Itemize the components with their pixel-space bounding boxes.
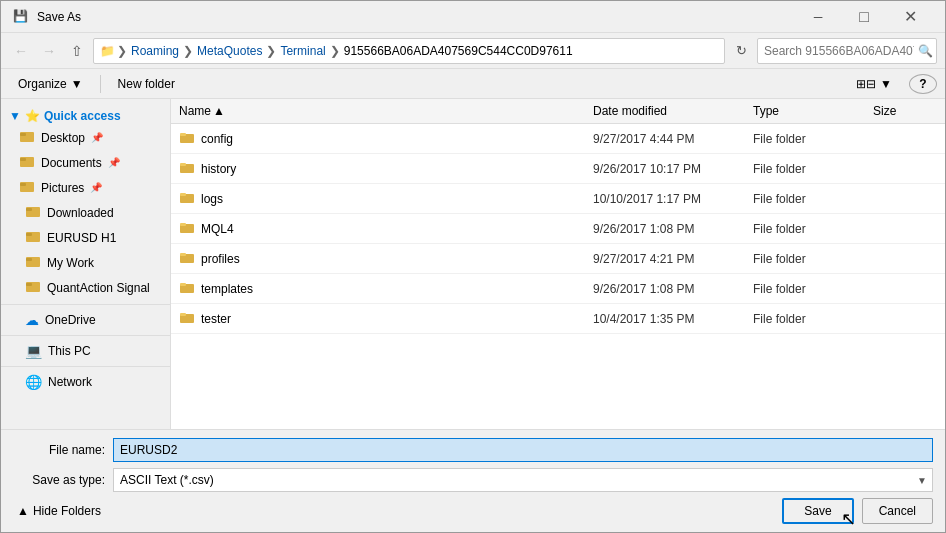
file-name-cell: history xyxy=(171,156,585,181)
eurusd-label: EURUSD H1 xyxy=(47,231,116,245)
organize-button[interactable]: Organize ▼ xyxy=(9,74,92,94)
mywork-label: My Work xyxy=(47,256,94,270)
svg-rect-3 xyxy=(20,158,26,161)
save-as-dialog: 💾 Save As ‒ □ ✕ ← → ⇧ 📁 ❯ Roaming ❯ Meta… xyxy=(0,0,946,533)
close-button[interactable]: ✕ xyxy=(887,3,933,31)
col-header-name[interactable]: Name ▲ xyxy=(171,102,585,120)
svg-rect-21 xyxy=(180,223,186,226)
hide-folders-chevron-icon: ▲ xyxy=(17,504,29,518)
sidebar-item-network[interactable]: 🌐 Network xyxy=(1,371,170,393)
new-folder-button[interactable]: New folder xyxy=(109,74,184,94)
title-bar-left: 💾 Save As xyxy=(13,9,81,25)
desktop-pin-icon: 📌 xyxy=(91,132,103,143)
table-row[interactable]: tester 10/4/2017 1:35 PM File folder xyxy=(171,304,945,334)
table-row[interactable]: config 9/27/2017 4:44 PM File folder xyxy=(171,124,945,154)
col-size-label: Size xyxy=(873,104,896,118)
col-header-size[interactable]: Size xyxy=(865,102,945,120)
view-chevron-icon: ▼ xyxy=(880,77,892,91)
sidebar-divider-3 xyxy=(1,366,170,367)
sidebar-item-downloaded[interactable]: Downloaded xyxy=(1,200,170,225)
help-button[interactable]: ? xyxy=(909,74,937,94)
up-button[interactable]: ⇧ xyxy=(65,39,89,63)
filetype-row: Save as type: ASCII Text (*.csv)CSV (*.c… xyxy=(13,468,933,492)
cancel-button[interactable]: Cancel xyxy=(862,498,933,524)
thispc-icon: 💻 xyxy=(25,343,42,359)
quick-access-header[interactable]: ▼ ⭐ Quick access xyxy=(1,103,170,125)
nav-bar: ← → ⇧ 📁 ❯ Roaming ❯ MetaQuotes ❯ Termina… xyxy=(1,33,945,69)
file-name-cell: logs xyxy=(171,186,585,211)
svg-rect-1 xyxy=(20,133,26,136)
file-type-cell: File folder xyxy=(745,219,865,239)
filetype-select-wrapper[interactable]: ASCII Text (*.csv)CSV (*.csv)Text (*.txt… xyxy=(113,468,933,492)
documents-label: Documents xyxy=(41,156,102,170)
maximize-button[interactable]: □ xyxy=(841,3,887,31)
file-name: profiles xyxy=(201,252,240,266)
eurusd-folder-icon xyxy=(25,228,41,247)
file-name: templates xyxy=(201,282,253,296)
filename-row: File name: xyxy=(13,438,933,462)
file-name-cell: config xyxy=(171,126,585,151)
col-sort-icon: ▲ xyxy=(213,104,225,118)
quick-access-star-icon: ⭐ xyxy=(25,109,40,123)
sidebar-item-pictures[interactable]: Pictures 📌 xyxy=(1,175,170,200)
pictures-folder-icon xyxy=(19,178,35,197)
sidebar-item-thispc[interactable]: 💻 This PC xyxy=(1,340,170,362)
breadcrumb-terminal[interactable]: Terminal xyxy=(278,44,327,58)
sidebar-item-eurusd[interactable]: EURUSD H1 xyxy=(1,225,170,250)
table-row[interactable]: history 9/26/2017 10:17 PM File folder xyxy=(171,154,945,184)
sidebar-item-quantaction[interactable]: QuantAction Signal xyxy=(1,275,170,300)
back-button[interactable]: ← xyxy=(9,39,33,63)
file-type-cell: File folder xyxy=(745,159,865,179)
table-row[interactable]: profiles 9/27/2017 4:21 PM File folder xyxy=(171,244,945,274)
file-type-cell: File folder xyxy=(745,279,865,299)
search-input[interactable] xyxy=(764,44,914,58)
col-header-type[interactable]: Type xyxy=(745,102,865,120)
col-header-date[interactable]: Date modified xyxy=(585,102,745,120)
file-size-cell xyxy=(865,196,945,202)
window-icon: 💾 xyxy=(13,9,29,25)
table-row[interactable]: logs 10/10/2017 1:17 PM File folder xyxy=(171,184,945,214)
filetype-select[interactable]: ASCII Text (*.csv)CSV (*.csv)Text (*.txt… xyxy=(113,468,933,492)
file-name: logs xyxy=(201,192,223,206)
refresh-button[interactable]: ↻ xyxy=(729,39,753,63)
main-content: ▼ ⭐ Quick access Desktop 📌 Documents 📌 xyxy=(1,99,945,429)
filename-input[interactable] xyxy=(113,438,933,462)
breadcrumb-bar[interactable]: 📁 ❯ Roaming ❯ MetaQuotes ❯ Terminal ❯ 91… xyxy=(93,38,725,64)
folder-icon xyxy=(179,159,195,178)
svg-rect-19 xyxy=(180,193,186,196)
file-size-cell xyxy=(865,136,945,142)
file-name-cell: tester xyxy=(171,306,585,331)
bottom-bar: File name: Save as type: ASCII Text (*.c… xyxy=(1,429,945,532)
search-bar[interactable]: 🔍 xyxy=(757,38,937,64)
pictures-label: Pictures xyxy=(41,181,84,195)
table-row[interactable]: MQL4 9/26/2017 1:08 PM File folder xyxy=(171,214,945,244)
breadcrumb-metaquotes[interactable]: MetaQuotes xyxy=(195,44,264,58)
sidebar-item-documents[interactable]: Documents 📌 xyxy=(1,150,170,175)
save-button[interactable]: Save ↖ xyxy=(782,498,853,524)
minimize-button[interactable]: ‒ xyxy=(795,3,841,31)
folder-icon xyxy=(179,279,195,298)
file-area[interactable]: Name ▲ Date modified Type Size xyxy=(171,99,945,429)
hide-folders-button[interactable]: ▲ Hide Folders xyxy=(13,502,105,520)
file-date-cell: 9/27/2017 4:21 PM xyxy=(585,249,745,269)
table-row[interactable]: templates 9/26/2017 1:08 PM File folder xyxy=(171,274,945,304)
sidebar-item-mywork[interactable]: My Work xyxy=(1,250,170,275)
forward-button[interactable]: → xyxy=(37,39,61,63)
network-label: Network xyxy=(48,375,92,389)
folder-icon xyxy=(179,219,195,238)
col-type-label: Type xyxy=(753,104,779,118)
thispc-label: This PC xyxy=(48,344,91,358)
breadcrumb-roaming[interactable]: Roaming xyxy=(129,44,181,58)
view-icon: ⊞⊟ xyxy=(856,77,876,91)
svg-rect-23 xyxy=(180,253,186,256)
sidebar-item-desktop[interactable]: Desktop 📌 xyxy=(1,125,170,150)
downloaded-folder-icon xyxy=(25,203,41,222)
sidebar-item-onedrive[interactable]: ☁ OneDrive xyxy=(1,309,170,331)
view-button[interactable]: ⊞⊟ ▼ xyxy=(847,74,901,94)
svg-rect-11 xyxy=(26,258,32,261)
file-date-cell: 9/26/2017 10:17 PM xyxy=(585,159,745,179)
folder-icon xyxy=(179,309,195,328)
organize-chevron-icon: ▼ xyxy=(71,77,83,91)
file-name: config xyxy=(201,132,233,146)
save-label: Save xyxy=(804,504,831,518)
